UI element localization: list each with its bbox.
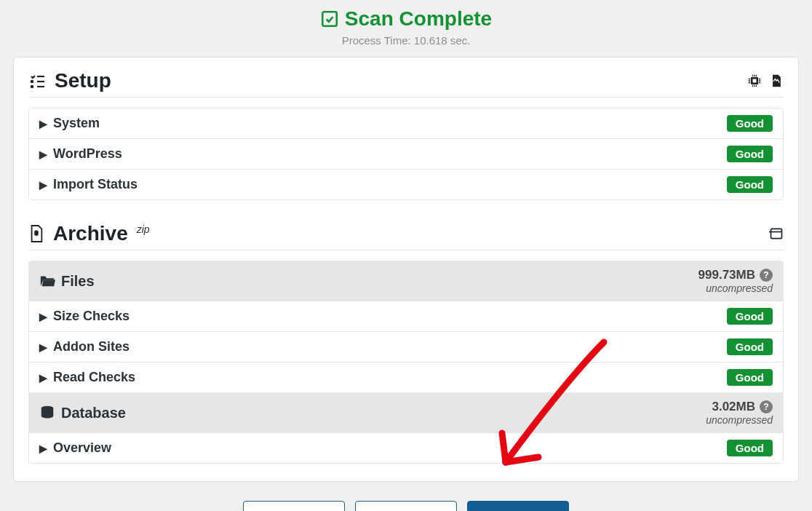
- status-badge: Good: [727, 308, 773, 325]
- setup-row-import[interactable]: ▶Import Status Good: [29, 170, 783, 199]
- chevron-right-icon: ▶: [39, 311, 47, 322]
- help-icon[interactable]: ?: [760, 269, 773, 282]
- row-label: Size Checks: [53, 309, 130, 324]
- database-label: Database: [61, 405, 126, 421]
- window-icon[interactable]: [769, 226, 784, 241]
- rescan-button[interactable]: Rescan: [355, 501, 457, 511]
- scan-complete-label: Scan Complete: [345, 7, 492, 31]
- files-row-size-checks[interactable]: ▶Size Checks Good: [29, 301, 783, 332]
- build-button[interactable]: Build▶: [467, 501, 569, 511]
- back-button[interactable]: ◀Back: [243, 501, 345, 511]
- help-icon[interactable]: ?: [760, 400, 773, 413]
- svg-rect-0: [322, 12, 337, 26]
- status-badge: Good: [727, 146, 773, 162]
- setup-rows: ▶System Good ▶WordPress Good ▶Import Sta…: [28, 108, 784, 200]
- folder-open-icon: [39, 274, 55, 288]
- svg-point-4: [31, 86, 33, 87]
- row-label: Overview: [53, 440, 111, 456]
- row-label: WordPress: [53, 146, 122, 162]
- svg-point-2: [31, 81, 33, 82]
- archive-rows: Files 999.73MB? uncompressed ▶Size Check…: [28, 261, 784, 464]
- status-badge: Good: [727, 115, 773, 132]
- status-badge: Good: [727, 440, 773, 456]
- chevron-right-icon: ▶: [39, 148, 47, 160]
- process-time: Process Time: 10.618 sec.: [0, 34, 812, 47]
- results-panel: Setup ▶System Good ▶WordPress Good ▶Impo…: [13, 57, 799, 482]
- scan-complete-title: Scan Complete: [320, 7, 492, 31]
- row-label: Import Status: [53, 177, 138, 192]
- chevron-right-icon: ▶: [39, 341, 47, 353]
- database-row-overview[interactable]: ▶Overview Good: [29, 433, 783, 463]
- chevron-right-icon: ▶: [39, 179, 47, 191]
- setup-section-header: Setup: [28, 69, 784, 98]
- files-subsection: Files 999.73MB? uncompressed: [29, 261, 783, 301]
- archive-section-header: Archive zip: [28, 222, 784, 250]
- cpu-icon[interactable]: [747, 74, 762, 88]
- setup-title: Setup: [55, 69, 111, 92]
- row-label: System: [53, 116, 100, 131]
- database-icon: [39, 405, 55, 421]
- activity-file-icon[interactable]: [769, 74, 784, 88]
- svg-point-9: [36, 232, 37, 234]
- chevron-right-icon: ▶: [39, 372, 47, 384]
- database-note: uncompressed: [706, 414, 773, 426]
- checklist-icon: [28, 72, 46, 90]
- database-size: 3.02MB: [712, 400, 755, 414]
- svg-rect-10: [771, 229, 782, 238]
- status-badge: Good: [727, 176, 773, 193]
- setup-row-wordpress[interactable]: ▶WordPress Good: [29, 139, 783, 170]
- row-label: Addon Sites: [53, 339, 130, 354]
- check-square-icon: [320, 9, 339, 28]
- files-row-addon-sites[interactable]: ▶Addon Sites Good: [29, 332, 783, 363]
- files-label: Files: [61, 273, 95, 290]
- archive-format: zip: [137, 223, 150, 235]
- row-label: Read Checks: [53, 370, 135, 385]
- files-row-read-checks[interactable]: ▶Read Checks Good: [29, 363, 783, 393]
- chevron-right-icon: ▶: [39, 118, 47, 130]
- files-size: 999.73MB: [698, 268, 755, 282]
- status-badge: Good: [727, 338, 773, 355]
- button-bar: ◀Back Rescan Build▶: [0, 501, 812, 511]
- files-note: uncompressed: [706, 282, 773, 294]
- archive-file-icon: [28, 224, 44, 243]
- archive-title: Archive: [53, 222, 128, 245]
- chevron-right-icon: ▶: [39, 443, 47, 454]
- svg-rect-7: [753, 79, 757, 83]
- status-badge: Good: [727, 369, 773, 386]
- database-subsection: Database 3.02MB? uncompressed: [29, 393, 783, 433]
- setup-row-system[interactable]: ▶System Good: [29, 108, 783, 139]
